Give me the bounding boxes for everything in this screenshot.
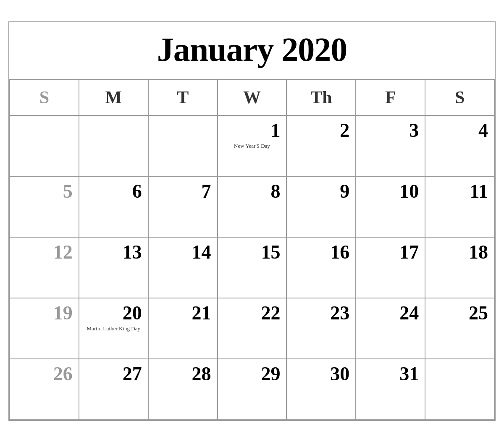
- day-cell: 14: [149, 238, 218, 298]
- day-cell: 24: [356, 298, 425, 359]
- day-cell: 8: [218, 177, 287, 238]
- day-number: 10: [362, 181, 419, 202]
- day-number: 3: [362, 120, 419, 141]
- day-cell: 28: [149, 359, 218, 420]
- day-cell: 16: [287, 238, 356, 298]
- day-number: 17: [362, 242, 419, 263]
- day-number: 28: [155, 364, 211, 385]
- day-header: W: [218, 80, 287, 116]
- day-number: 11: [431, 181, 488, 202]
- day-cell: 1New Year'S Day: [218, 116, 287, 177]
- day-number: 8: [224, 181, 281, 202]
- day-number: 22: [224, 303, 281, 324]
- day-number: 7: [155, 181, 211, 202]
- day-number: 20: [85, 303, 142, 324]
- day-cell: 15: [218, 238, 287, 298]
- day-header: M: [79, 80, 149, 116]
- day-number: 26: [16, 364, 73, 385]
- day-number: 24: [362, 303, 419, 324]
- day-number: 14: [155, 242, 211, 263]
- day-number: 18: [431, 242, 488, 263]
- day-cell: 19: [10, 298, 79, 359]
- day-number: 30: [293, 364, 349, 385]
- day-cell: 29: [218, 359, 287, 420]
- day-cell: [425, 359, 495, 420]
- day-cell: [149, 116, 218, 177]
- day-number: 16: [293, 242, 349, 263]
- day-header: S: [10, 80, 79, 116]
- day-number: 5: [16, 181, 73, 202]
- calendar-grid: SMTWThFS1New Year'S Day23456789101112131…: [9, 80, 495, 420]
- day-cell: 21: [149, 298, 218, 359]
- day-cell: 31: [356, 359, 425, 420]
- day-cell: 13: [79, 238, 149, 298]
- holiday-label: Martin Luther King Day: [85, 325, 142, 332]
- day-cell: 10: [356, 177, 425, 238]
- day-number: 25: [431, 303, 488, 324]
- day-cell: [79, 116, 149, 177]
- day-cell: 27: [79, 359, 149, 420]
- day-cell: 5: [10, 177, 79, 238]
- calendar: January 2020 SMTWThFS1New Year'S Day2345…: [8, 21, 496, 421]
- day-cell: 26: [10, 359, 79, 420]
- day-cell: 18: [425, 238, 495, 298]
- day-number: 21: [155, 303, 211, 324]
- day-cell: 30: [287, 359, 356, 420]
- day-number: 29: [224, 364, 281, 385]
- day-number: 19: [16, 303, 73, 324]
- day-cell: 23: [287, 298, 356, 359]
- day-header: T: [149, 80, 218, 116]
- calendar-title: January 2020: [9, 22, 495, 80]
- day-header: F: [356, 80, 425, 116]
- day-number: 1: [224, 120, 281, 141]
- day-cell: [10, 116, 79, 177]
- day-cell: 2: [287, 116, 356, 177]
- day-cell: 20Martin Luther King Day: [79, 298, 149, 359]
- day-number: 31: [362, 364, 419, 385]
- day-cell: 17: [356, 238, 425, 298]
- holiday-label: New Year'S Day: [224, 143, 281, 150]
- day-number: 13: [85, 242, 142, 263]
- day-number: 2: [293, 120, 349, 141]
- day-cell: 11: [425, 177, 495, 238]
- day-cell: 7: [149, 177, 218, 238]
- day-cell: 22: [218, 298, 287, 359]
- day-number: 27: [85, 364, 142, 385]
- day-cell: 4: [425, 116, 495, 177]
- day-header: Th: [287, 80, 356, 116]
- day-cell: 9: [287, 177, 356, 238]
- day-cell: 6: [79, 177, 149, 238]
- day-cell: 12: [10, 238, 79, 298]
- day-cell: 3: [356, 116, 425, 177]
- day-number: 23: [293, 303, 349, 324]
- day-number: 12: [16, 242, 73, 263]
- day-number: 6: [85, 181, 142, 202]
- day-number: 9: [293, 181, 349, 202]
- day-number: 4: [431, 120, 488, 141]
- day-number: 15: [224, 242, 281, 263]
- day-cell: 25: [425, 298, 495, 359]
- day-header: S: [425, 80, 495, 116]
